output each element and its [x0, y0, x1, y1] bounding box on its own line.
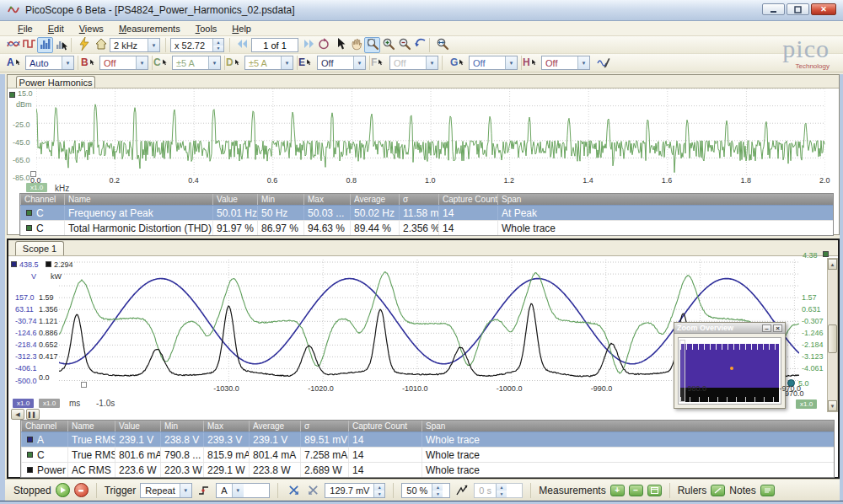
maximize-button[interactable] [787, 3, 809, 15]
rapid-trigger-icon[interactable] [454, 483, 470, 498]
column-header[interactable]: Channel [20, 194, 64, 205]
column-header[interactable]: Capture Count [438, 194, 497, 205]
refresh-button[interactable] [315, 37, 331, 53]
column-header[interactable]: Capture Count [348, 421, 422, 432]
table-row[interactable]: CTrue RMS801.6 mA790.8 ...815.9 mA801.4 … [21, 447, 834, 462]
channel-a-range-select[interactable]: Auto▼ [25, 56, 74, 70]
column-header[interactable]: σ [399, 194, 438, 205]
previous-capture-button[interactable]: ◀ [11, 409, 24, 420]
scope-vertical-scrollbar[interactable]: ▲ ▼ [827, 258, 838, 412]
previous-page-button[interactable] [234, 37, 250, 53]
trigger-source-select[interactable]: A▼ [216, 483, 270, 498]
zoom-in-button[interactable] [380, 37, 396, 53]
column-header[interactable]: Average [249, 421, 300, 432]
menu-item-edit[interactable]: Edit [40, 23, 72, 35]
zoom-overview-minimize-button[interactable]: – [762, 324, 771, 332]
next-page-button[interactable] [300, 37, 316, 53]
scope-view-button[interactable] [5, 37, 21, 53]
menu-item-views[interactable]: Views [72, 23, 111, 35]
column-header[interactable]: Name [64, 194, 212, 205]
select-arrow-button[interactable] [332, 37, 348, 53]
channel-b-range-select[interactable]: Off▼ [99, 56, 148, 70]
spin-down-icon: ▼ [374, 491, 384, 497]
column-header[interactable]: Span [497, 194, 833, 205]
channel-f-range-select[interactable]: Off▼ [389, 56, 438, 70]
column-header[interactable]: Value [115, 421, 160, 432]
zoom-overview-titlebar[interactable]: Zoom Overview – × [674, 323, 785, 334]
menu-item-measurements[interactable]: Measurements [111, 23, 188, 35]
auto-setup-button[interactable] [76, 37, 92, 53]
voltage-axis-swatch[interactable] [11, 261, 17, 267]
column-header[interactable]: Value [212, 194, 257, 205]
home-button[interactable] [93, 37, 109, 53]
scrollbar-down-icon[interactable]: ▼ [828, 400, 837, 411]
undo-zoom-button[interactable] [412, 37, 428, 53]
pre-trigger-spinner[interactable]: 50 %▲▼ [401, 483, 450, 498]
zoom-overview-plot[interactable] [678, 337, 781, 405]
zoom-overview-window[interactable]: Zoom Overview – × [674, 322, 786, 409]
scope-axis-handle[interactable] [81, 382, 87, 388]
rulers-button[interactable] [711, 485, 725, 496]
start-capture-button[interactable] [56, 483, 70, 497]
column-header[interactable]: Min [257, 194, 303, 205]
column-header[interactable]: Span [422, 421, 834, 432]
column-header[interactable]: Max [303, 194, 350, 205]
trigger-level-spinner[interactable]: 129.7 mV▲▼ [325, 483, 385, 498]
menu-item-tools[interactable]: Tools [188, 23, 225, 35]
channel-d-range-select[interactable]: ±5 A▼ [244, 56, 293, 70]
zoom-factor-spinner[interactable]: x 52.72▲▼ [170, 38, 224, 52]
stop-capture-button[interactable] [74, 483, 89, 497]
edit-measurement-button[interactable] [647, 485, 662, 496]
scrollbar-thumb[interactable] [828, 324, 837, 353]
post-trigger-spinner[interactable]: 0 s▲▼ [474, 483, 523, 498]
table-row[interactable]: ATrue RMS239.1 V238.8 V239.3 V239.1 V89.… [21, 432, 834, 447]
table-row[interactable]: CFrequency at Peak50.01 Hz50 Hz50.03 ...… [20, 205, 833, 220]
menu-item-help[interactable]: Help [224, 23, 259, 35]
column-header[interactable]: Channel [21, 421, 67, 432]
add-measurement-button[interactable]: + [610, 485, 625, 496]
persistence-view-button[interactable] [21, 37, 37, 53]
tab-scope-1[interactable]: Scope 1 [15, 241, 64, 255]
channel-c-range-select[interactable]: ±5 A▼ [172, 56, 221, 70]
channel-g-range-select[interactable]: Off▼ [469, 56, 518, 70]
remove-measurement-button[interactable]: − [629, 485, 643, 496]
channel-h-range-select[interactable]: Off▼ [541, 56, 590, 70]
column-header[interactable]: Max [203, 421, 249, 432]
signal-generator-button[interactable] [595, 56, 611, 72]
current-tick: 0.631 [802, 305, 821, 314]
menu-item-file[interactable]: File [10, 23, 40, 35]
spectrum-options-button[interactable] [53, 37, 69, 53]
spectrum-plot[interactable] [36, 88, 825, 175]
marquee-zoom-button[interactable] [364, 37, 380, 53]
trigger-mode-select[interactable]: Repeat▼ [140, 483, 192, 498]
table-row[interactable]: CTotal Harmonic Distortion (THD) %91.97 … [20, 220, 833, 235]
column-header[interactable]: σ [300, 421, 348, 432]
scrollbar-up-icon[interactable]: ▲ [828, 259, 837, 270]
table-header-row: ChannelNameValueMinMaxAverageσCapture Co… [21, 421, 834, 432]
pan-hand-button[interactable] [348, 37, 364, 53]
column-header[interactable]: Min [160, 421, 203, 432]
table-row[interactable]: PowerAC RMS223.6 W220.3 W229.1 W223.8 W2… [21, 462, 834, 477]
trigger-marker-icon[interactable] [286, 483, 301, 498]
column-header[interactable]: Average [350, 194, 399, 205]
minimize-button[interactable] [762, 3, 785, 15]
main-toolbar: 2 kHz▼x 52.72▲▼1 of 1 [0, 36, 843, 54]
zoom-overview-close-button[interactable]: × [773, 324, 782, 332]
close-button[interactable]: ✕ [811, 3, 836, 15]
zoom-full-button[interactable] [434, 37, 450, 53]
notes-button[interactable] [760, 485, 775, 496]
zoom-out-button[interactable] [396, 37, 412, 53]
spectrum-range-select[interactable]: 2 kHz▼ [110, 38, 160, 52]
channel-e-range-select[interactable]: Off▼ [317, 56, 366, 70]
column-header[interactable]: Name [67, 421, 115, 432]
spectrum-axis-channel-swatch[interactable] [9, 92, 15, 98]
pause-capture-button[interactable]: ▌▌ [26, 409, 40, 420]
trigger-edge-icon[interactable] [196, 483, 212, 498]
channel-a-label: A [7, 56, 14, 68]
trigger-marker-alt-icon[interactable] [305, 483, 320, 498]
tab-power-harmonics[interactable]: Power Harmonics [16, 76, 95, 88]
spectrum-view-button[interactable] [37, 37, 53, 53]
current-axis-swatch[interactable] [823, 251, 829, 257]
power-axis-swatch[interactable] [46, 261, 51, 267]
spin-up-icon: ▲ [497, 484, 507, 491]
